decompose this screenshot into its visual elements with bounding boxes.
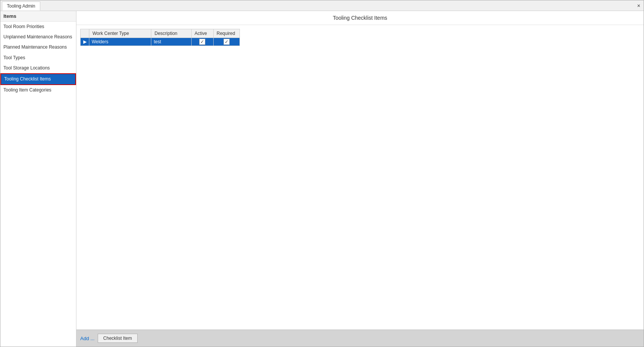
sidebar-item-tool-storage-locations[interactable]: Tool Storage Locations — [0, 63, 76, 73]
main-window: Tooling Admin × Items Tool Room Prioriti… — [0, 0, 644, 347]
title-tab[interactable]: Tooling Admin — [2, 2, 40, 11]
checkbox-active[interactable] — [199, 39, 205, 45]
window-body: Items Tool Room PrioritiesUnplanned Main… — [0, 11, 644, 347]
sidebar-item-tooling-item-categories[interactable]: Tooling Item Categories — [0, 85, 76, 95]
checklist-item-button[interactable]: Checklist Item — [98, 334, 138, 343]
col-header-arrow — [81, 29, 89, 38]
table-header: Work Center Type Description Active Requ… — [81, 29, 240, 38]
sidebar-item-planned-maintenance-reasons[interactable]: Planned Maintenance Reasons — [0, 42, 76, 52]
col-header-description: Description — [151, 29, 191, 38]
table-body: ▶Welderstest — [81, 38, 240, 46]
bottom-bar: Add ... Checklist Item — [76, 330, 644, 347]
col-header-required: Required — [213, 29, 240, 38]
row-arrow: ▶ — [81, 38, 89, 46]
cell-work-center-type: Welders — [89, 38, 151, 46]
table-area: Work Center Type Description Active Requ… — [76, 25, 644, 330]
cell-description: test — [151, 38, 191, 46]
title-bar: Tooling Admin × — [0, 0, 644, 11]
col-header-active: Active — [191, 29, 213, 38]
sidebar-item-tool-types[interactable]: Tool Types — [0, 53, 76, 63]
sidebar: Items Tool Room PrioritiesUnplanned Main… — [0, 11, 76, 347]
sidebar-header: Items — [0, 11, 76, 22]
main-title: Tooling Checklist Items — [76, 11, 644, 25]
sidebar-item-unplanned-maintenance-reasons[interactable]: Unplanned Maintenance Reasons — [0, 32, 76, 42]
data-table: Work Center Type Description Active Requ… — [80, 29, 240, 46]
cell-required[interactable] — [213, 38, 240, 46]
sidebar-item-tooling-checklist-items[interactable]: Tooling Checklist Items — [0, 73, 76, 85]
checkbox-required[interactable] — [224, 39, 230, 45]
sidebar-item-tool-room-priorities[interactable]: Tool Room Priorities — [0, 22, 76, 32]
close-button[interactable]: × — [635, 2, 642, 9]
table-row[interactable]: ▶Welderstest — [81, 38, 240, 46]
add-button[interactable]: Add ... — [80, 336, 95, 341]
col-header-work-center-type: Work Center Type — [89, 29, 151, 38]
cell-active[interactable] — [191, 38, 213, 46]
main-content: Tooling Checklist Items Work Center Type… — [76, 11, 644, 347]
